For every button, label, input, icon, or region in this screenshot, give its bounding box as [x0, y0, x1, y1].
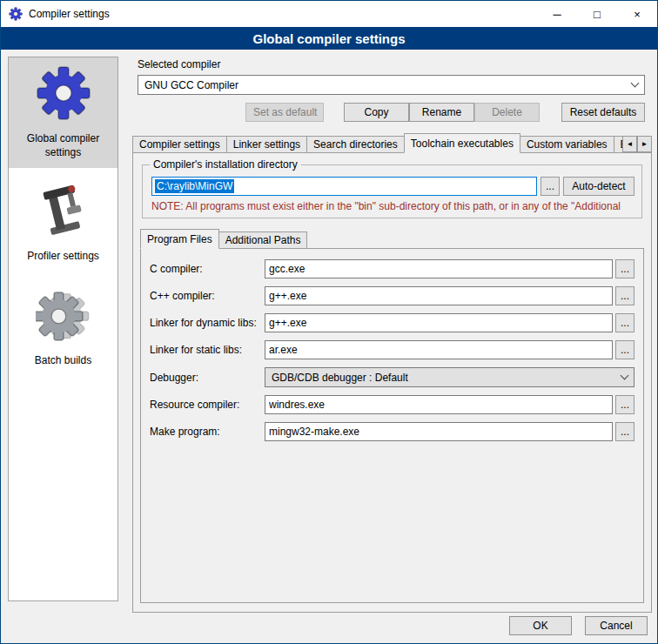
tab-custom-variables[interactable]: Custom variables	[520, 136, 614, 153]
installation-directory-groupbox: Compiler's installation directory C:\ray…	[142, 164, 642, 218]
sidebar-item-global-compiler-settings[interactable]: Global compiler settings	[9, 57, 118, 168]
ok-button[interactable]: OK	[509, 616, 572, 635]
field-label: Linker for static libs:	[150, 344, 265, 356]
field-label: C compiler:	[150, 263, 265, 275]
selected-compiler-label: Selected compiler	[138, 58, 652, 70]
install-dir-browse-button[interactable]: ...	[540, 177, 560, 196]
make-program-browse-button[interactable]: ...	[615, 422, 634, 441]
tab-compiler-settings[interactable]: Compiler settings	[132, 136, 227, 153]
autodetect-button[interactable]: Auto-detect	[563, 177, 634, 196]
sidebar-item-label: Global compiler settings	[12, 132, 114, 159]
form-row: Linker for static libs: ...	[150, 340, 634, 359]
form-row: Debugger: GDB/CDB debugger : Default	[150, 367, 634, 387]
selected-compiler-value: GNU GCC Compiler	[144, 79, 238, 91]
window-controls: ─ □ ×	[537, 1, 657, 27]
debugger-value: GDB/CDB debugger : Default	[272, 372, 408, 384]
selected-compiler-dropdown[interactable]: GNU GCC Compiler	[138, 75, 645, 95]
programs-subtabstrip: Program Files Additional Paths	[140, 229, 651, 249]
copy-button[interactable]: Copy	[344, 103, 409, 122]
c-compiler-input[interactable]	[265, 259, 613, 278]
static-linker-browse-button[interactable]: ...	[615, 340, 634, 359]
sidebar-item-label: Profiler settings	[27, 250, 99, 264]
chevron-down-icon	[621, 372, 629, 380]
reset-defaults-button[interactable]: Reset defaults	[561, 103, 645, 122]
dynamic-linker-browse-button[interactable]: ...	[615, 313, 634, 332]
field-label: Linker for dynamic libs:	[150, 317, 265, 329]
c-compiler-browse-button[interactable]: ...	[615, 259, 634, 278]
resource-compiler-input[interactable]	[265, 395, 613, 414]
form-row: Linker for dynamic libs: ...	[150, 313, 634, 332]
cpp-compiler-browse-button[interactable]: ...	[615, 286, 634, 305]
sidebar: Global compiler settings Profiler settin…	[8, 57, 118, 601]
tab-toolchain-executables[interactable]: Toolchain executables	[404, 133, 520, 153]
form-row: C++ compiler: ...	[150, 286, 634, 305]
gray-gear-icon	[36, 287, 91, 343]
subtab-program-files[interactable]: Program Files	[140, 229, 219, 249]
set-as-default-button[interactable]: Set as default	[245, 103, 324, 122]
settings-tabstrip: Compiler settings Linker settings Search…	[132, 133, 652, 153]
install-dir-selected-text: C:\raylib\MinGW	[155, 179, 234, 193]
dialog-header-title: Global compiler settings	[252, 31, 405, 46]
maximize-button[interactable]: □	[577, 1, 617, 27]
cpp-compiler-input[interactable]	[265, 286, 613, 305]
installation-directory-row: C:\raylib\MinGW ... Auto-detect	[151, 177, 634, 196]
profiler-tool-icon	[36, 183, 91, 238]
form-row: C compiler: ...	[150, 259, 634, 278]
app-icon	[9, 7, 23, 21]
sidebar-item-label: Batch builds	[35, 354, 91, 368]
window-title: Compiler settings	[29, 8, 110, 20]
tab-scroll-right-button[interactable]: ►	[637, 136, 652, 152]
compiler-settings-window: Compiler settings ─ □ × Global compiler …	[0, 0, 658, 644]
install-dir-input[interactable]: C:\raylib\MinGW	[151, 177, 537, 196]
subtab-additional-paths[interactable]: Additional Paths	[218, 231, 308, 249]
note-text: NOTE: All programs must exist either in …	[151, 200, 634, 212]
main-panel: Selected compiler GNU GCC Compiler Set a…	[127, 53, 652, 613]
tab-linker-settings[interactable]: Linker settings	[226, 136, 307, 153]
dialog-header: Global compiler settings	[1, 27, 657, 50]
delete-button[interactable]: Delete	[474, 103, 540, 122]
sidebar-item-profiler-settings[interactable]: Profiler settings	[9, 175, 118, 272]
make-program-input[interactable]	[265, 422, 613, 441]
titlebar: Compiler settings ─ □ ×	[1, 1, 657, 27]
cancel-button[interactable]: Cancel	[585, 616, 648, 635]
form-row: Resource compiler: ...	[150, 395, 634, 414]
installation-directory-group-title: Compiler's installation directory	[150, 158, 301, 171]
form-row: Make program: ...	[150, 422, 634, 441]
program-files-panel: C compiler: ... C++ compiler: ... Linker…	[140, 248, 644, 603]
field-label: Make program:	[150, 426, 265, 438]
field-label: Resource compiler:	[150, 399, 265, 411]
blue-gear-icon	[36, 65, 91, 121]
toolchain-executables-panel: Compiler's installation directory C:\ray…	[132, 152, 652, 613]
tab-scroll-left-button[interactable]: ◄	[622, 136, 637, 152]
rename-button[interactable]: Rename	[409, 103, 474, 122]
tab-scroll-buttons: ◄ ►	[622, 136, 652, 152]
minimize-button[interactable]: ─	[537, 1, 577, 27]
field-label: C++ compiler:	[150, 290, 265, 302]
debugger-dropdown[interactable]: GDB/CDB debugger : Default	[265, 367, 634, 387]
dynamic-linker-input[interactable]	[265, 313, 613, 332]
chevron-down-icon	[631, 79, 640, 88]
field-label: Debugger:	[150, 372, 265, 384]
resource-compiler-browse-button[interactable]: ...	[615, 395, 634, 414]
tab-search-directories[interactable]: Search directories	[306, 136, 405, 153]
sidebar-item-batch-builds[interactable]: Batch builds	[9, 279, 118, 377]
close-button[interactable]: ×	[617, 1, 657, 27]
dialog-footer: OK Cancel	[1, 608, 657, 643]
static-linker-input[interactable]	[265, 340, 613, 359]
compiler-actions-row: Set as default Copy Rename Delete Reset …	[138, 103, 645, 122]
